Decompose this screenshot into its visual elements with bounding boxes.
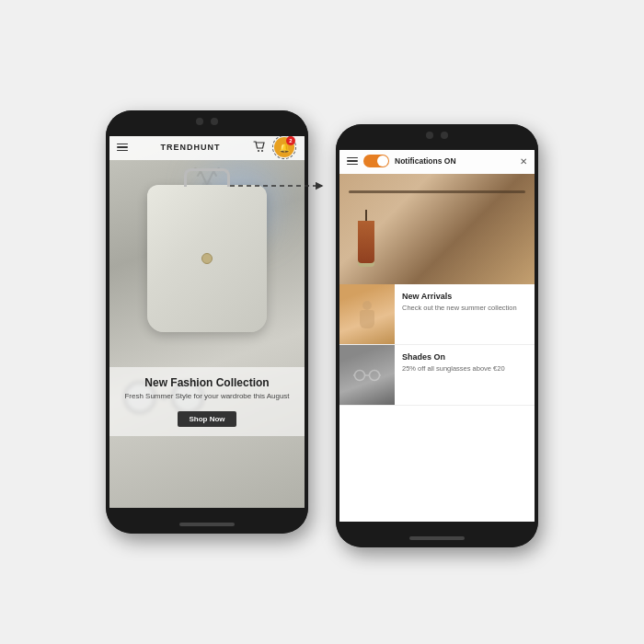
app-title: TRENDHUNT [161,143,221,152]
arrivals-card-image [339,284,395,344]
cart-icon[interactable] [253,141,266,155]
hero-subtitle: Fresh Summer Style for your wardrobe thi… [119,392,295,401]
notification-cards-list: New Arrivals Check out the new summer co… [339,284,535,523]
menu-icon[interactable] [117,144,128,152]
notification-card-shades[interactable]: Shades On 25% off all sunglasses above €… [339,345,535,406]
arrivals-card-body: New Arrivals Check out the new summer co… [395,284,535,344]
clothes-rack-image [339,174,535,284]
person-silhouette [358,301,376,328]
notification-badge: 2 [286,136,295,145]
right-phone-camera-area [426,132,448,139]
notification-header: Notifications ON ✕ [339,148,535,174]
sunglasses-icon [353,369,381,382]
app-background: TRENDHUNT [109,134,305,510]
handbag-image [147,185,267,332]
svg-point-6 [258,150,259,152]
right-camera-dot-right [441,132,448,139]
right-camera-dot-left [426,132,433,139]
shades-card-body: Shades On 25% off all sunglasses above €… [395,345,535,405]
notifications-app: Notifications ON ✕ [339,148,535,523]
arrivals-card-title: New Arrivals [402,292,527,301]
shades-card-image [339,345,395,405]
rack-bar [349,190,525,193]
hero-content-block: New Fashion Collection Fresh Summer Styl… [109,367,305,436]
phone-camera-area [196,118,218,125]
left-phone-screen: TRENDHUNT [109,134,305,510]
shades-card-description: 25% off all sunglasses above €20 [402,364,527,374]
shop-now-button[interactable]: Shop Now [178,411,236,427]
shades-thumbnail [339,345,395,405]
notifications-toggle[interactable] [363,155,389,167]
header-right-icons: 🔔 2 [253,134,297,160]
right-phone-screen: Notifications ON ✕ [339,148,535,523]
arrivals-card-description: Check out the new summer collection [402,304,527,314]
notification-bell-wrap[interactable]: 🔔 2 [271,134,297,160]
notif-menu-icon[interactable] [347,157,358,166]
notifications-on-label: Notifications ON [395,156,514,166]
handbag-strap [184,168,230,187]
hero-title: New Fashion Collection [119,376,295,389]
shades-card-title: Shades On [402,352,527,362]
clothes-7 [358,210,374,263]
toggle-circle [377,155,388,167]
camera-dot-right [211,118,218,125]
left-phone: TRENDHUNT [106,110,308,534]
svg-point-11 [370,370,380,380]
notification-card-arrivals[interactable]: New Arrivals Check out the new summer co… [339,284,535,345]
right-phone-home-indicator [409,536,465,540]
app-header: TRENDHUNT [109,134,305,160]
phone-home-indicator [179,523,235,526]
right-phone: Notifications ON ✕ [336,124,538,547]
handbag-clasp [201,253,213,264]
bell-button[interactable]: 🔔 2 [274,137,294,157]
arrivals-thumbnail [339,284,395,344]
svg-point-7 [261,150,263,152]
close-button[interactable]: ✕ [520,156,527,167]
svg-point-10 [355,370,365,380]
camera-dot-left [196,118,203,125]
